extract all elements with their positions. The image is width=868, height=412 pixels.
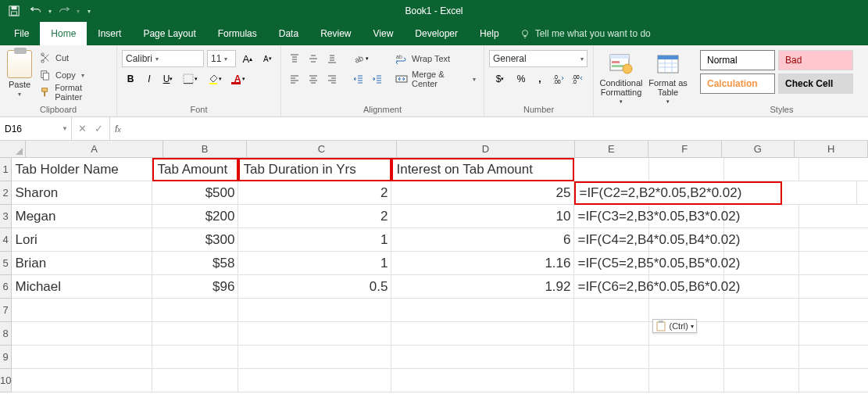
cell-B3[interactable]: $200	[152, 205, 238, 228]
fx-icon[interactable]: fx	[110, 117, 126, 140]
cell-G1[interactable]	[724, 158, 799, 181]
row-header-5[interactable]: 5	[0, 252, 12, 275]
row-header-2[interactable]: 2	[0, 181, 12, 205]
row-header-1[interactable]: 1	[0, 158, 12, 181]
percent-format-button[interactable]: %	[513, 70, 530, 88]
column-header-C[interactable]: C	[247, 141, 396, 157]
accept-formula-button[interactable]: ✓	[95, 123, 103, 134]
column-header-D[interactable]: D	[397, 141, 575, 157]
name-box-input[interactable]	[0, 124, 62, 134]
font-color-button[interactable]: A▾	[228, 70, 252, 88]
qat-customize-icon[interactable]: ▾	[88, 8, 91, 15]
cell-F1[interactable]	[649, 158, 724, 181]
cell-A7[interactable]	[12, 299, 152, 322]
cut-button[interactable]: Cut	[39, 50, 112, 66]
cell-B1[interactable]: Tab Amount	[152, 158, 238, 181]
name-box-caret-icon[interactable]: ▼	[62, 125, 71, 132]
cell-H7[interactable]	[799, 299, 868, 322]
align-left-button[interactable]	[286, 70, 303, 88]
cell-E5[interactable]: =IF(C5=2,B5*0.05,B5*0.02)	[574, 252, 649, 275]
column-header-E[interactable]: E	[575, 141, 648, 157]
tab-page-layout[interactable]: Page Layout	[132, 22, 206, 45]
cell-H9[interactable]	[799, 346, 868, 369]
bold-button[interactable]: B	[122, 70, 139, 88]
cell-C10[interactable]	[238, 369, 391, 392]
format-as-table-button[interactable]: Format as Table▾	[645, 50, 691, 105]
cell-C5[interactable]: 1	[238, 252, 391, 275]
cell-B4[interactable]: $300	[152, 228, 238, 252]
cell-B9[interactable]	[152, 346, 238, 369]
select-all-button[interactable]	[0, 141, 26, 157]
accounting-format-button[interactable]: $▾	[489, 70, 511, 88]
font-size-combo[interactable]: 11▾	[207, 50, 236, 67]
formula-input[interactable]	[126, 117, 868, 140]
cell-D1[interactable]: Interest on Tab Amount	[391, 158, 574, 181]
comma-format-button[interactable]: ,	[531, 70, 548, 88]
tab-view[interactable]: View	[363, 22, 405, 45]
cell-D9[interactable]	[391, 346, 574, 369]
cell-F10[interactable]	[649, 369, 724, 392]
cell-B7[interactable]	[152, 299, 238, 322]
cell-C6[interactable]: 0.5	[238, 275, 391, 299]
cell-C8[interactable]	[238, 322, 391, 346]
redo-button[interactable]	[55, 2, 73, 20]
cell-H8[interactable]	[799, 322, 868, 346]
cell-A6[interactable]: Michael	[12, 275, 152, 299]
cell-D2[interactable]: 25	[391, 181, 574, 205]
cell-A4[interactable]: Lori	[12, 228, 152, 252]
increase-font-button[interactable]: A▴	[239, 50, 255, 67]
cell-D3[interactable]: 10	[391, 205, 574, 228]
cell-D6[interactable]: 1.92	[391, 275, 574, 299]
row-header-9[interactable]: 9	[0, 346, 12, 369]
merge-center-button[interactable]: Merge & Center ▾	[395, 70, 479, 88]
cell-D5[interactable]: 1.16	[391, 252, 574, 275]
column-header-A[interactable]: A	[26, 141, 163, 157]
cell-G10[interactable]	[724, 369, 799, 392]
decrease-font-button[interactable]: A▾	[259, 50, 276, 67]
row-header-7[interactable]: 7	[0, 299, 12, 322]
cell-G2[interactable]	[857, 181, 868, 205]
cell-H1[interactable]	[799, 158, 868, 181]
cell-C3[interactable]: 2	[238, 205, 391, 228]
cell-C2[interactable]: 2	[238, 181, 391, 205]
cell-E1[interactable]	[574, 158, 649, 181]
column-header-F[interactable]: F	[648, 141, 722, 157]
tab-home[interactable]: Home	[40, 22, 87, 45]
cells-area[interactable]: Tab Holder NameTab AmountTab Duration in…	[12, 158, 868, 392]
cell-A5[interactable]: Brian	[12, 252, 152, 275]
cell-H4[interactable]	[799, 228, 868, 252]
cell-E8[interactable]	[574, 322, 649, 346]
cell-D10[interactable]	[391, 369, 574, 392]
styles-gallery[interactable]: Normal Bad Calculation Check Cell	[700, 50, 853, 94]
cell-D8[interactable]	[391, 322, 574, 346]
number-format-combo[interactable]: General▾	[489, 50, 588, 67]
decrease-indent-button[interactable]	[350, 70, 367, 88]
tab-help[interactable]: Help	[469, 22, 510, 45]
cell-C9[interactable]	[238, 346, 391, 369]
paste-options-button[interactable]: (Ctrl)▾	[652, 319, 696, 333]
copy-button[interactable]: Copy ▾	[39, 67, 112, 83]
cell-E9[interactable]	[574, 346, 649, 369]
font-name-combo[interactable]: Calibri▾	[122, 50, 204, 67]
increase-decimal-button[interactable]: .0.00	[550, 70, 567, 88]
cell-A1[interactable]: Tab Holder Name	[12, 158, 152, 181]
name-box[interactable]: ▼	[0, 117, 72, 140]
cell-E6[interactable]: =IF(C6=2,B6*0.05,B6*0.02)	[574, 275, 649, 299]
cell-A2[interactable]: Sharon	[12, 181, 152, 205]
borders-button[interactable]: ▾	[178, 70, 202, 88]
align-right-button[interactable]	[323, 70, 341, 88]
conditional-formatting-button[interactable]: Conditional Formatting▾	[598, 50, 644, 105]
underline-button[interactable]: U▾	[159, 70, 177, 88]
tab-data[interactable]: Data	[268, 22, 309, 45]
align-center-button[interactable]	[305, 70, 322, 88]
cell-H6[interactable]	[799, 275, 868, 299]
save-button[interactable]	[5, 2, 23, 20]
decrease-decimal-button[interactable]: .00.0	[569, 70, 586, 88]
row-header-6[interactable]: 6	[0, 275, 12, 299]
cell-F2[interactable]	[782, 181, 857, 205]
style-bad[interactable]: Bad	[778, 50, 853, 70]
increase-indent-button[interactable]	[369, 70, 386, 88]
align-top-button[interactable]	[286, 50, 303, 67]
fill-color-button[interactable]: ▾	[203, 70, 227, 88]
cell-C4[interactable]: 1	[238, 228, 391, 252]
